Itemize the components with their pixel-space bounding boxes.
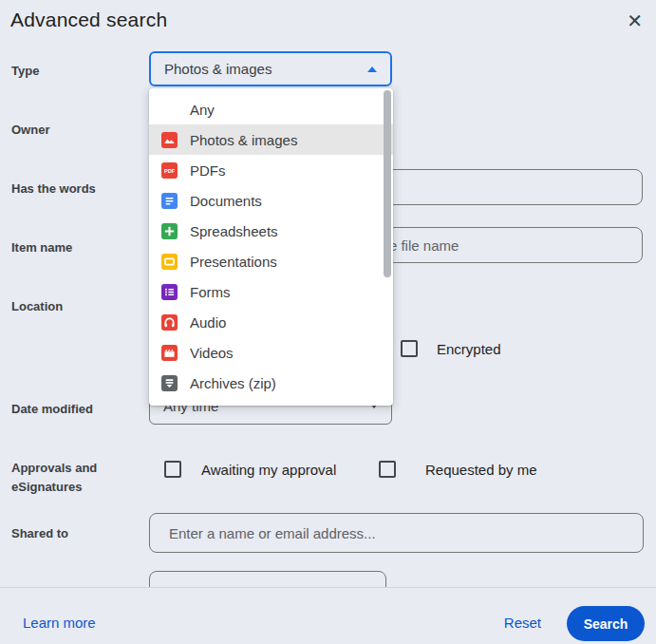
shared-to-input[interactable] bbox=[149, 513, 644, 553]
has-the-words-label: Has the words bbox=[11, 180, 96, 199]
reset-button[interactable]: Reset bbox=[504, 615, 541, 631]
type-option[interactable]: Any bbox=[149, 94, 393, 124]
dialog-title: Advanced search bbox=[10, 9, 167, 31]
type-dropdown: Any Photos & images PDFs Documents Sprea… bbox=[149, 88, 393, 406]
encrypted-checkbox-label: Encrypted bbox=[437, 341, 501, 357]
dialog-footer: Learn more Reset Search bbox=[0, 587, 656, 644]
encrypted-checkbox[interactable] bbox=[401, 340, 418, 357]
owner-label: Owner bbox=[11, 121, 49, 140]
awaiting-approval-checkbox[interactable] bbox=[164, 461, 181, 478]
type-option[interactable]: Spreadsheets bbox=[149, 216, 393, 246]
approvals-label: Approvals and eSignatures bbox=[11, 459, 118, 497]
spreadsheet-icon bbox=[161, 223, 178, 239]
type-option-label: Archives (zip) bbox=[190, 375, 276, 391]
close-icon[interactable]: ✕ bbox=[625, 9, 645, 32]
type-option[interactable]: Photos & images bbox=[149, 124, 393, 155]
shared-to-label: Shared to bbox=[11, 524, 68, 543]
pdf-icon bbox=[161, 162, 178, 179]
form-icon bbox=[161, 284, 178, 300]
dropdown-scrollbar[interactable] bbox=[384, 90, 391, 277]
type-option[interactable]: PDFs bbox=[149, 155, 393, 185]
type-select-value: Photos & images bbox=[164, 61, 272, 77]
type-option-label: Spreadsheets bbox=[190, 223, 278, 239]
video-icon bbox=[161, 345, 178, 361]
type-option-label: Photos & images bbox=[190, 132, 297, 148]
date-modified-label: Date modified bbox=[11, 400, 93, 419]
type-option[interactable]: Presentations bbox=[149, 246, 393, 276]
audio-icon bbox=[161, 314, 178, 331]
type-option-label: Any bbox=[190, 102, 215, 118]
type-option-label: Videos bbox=[190, 345, 234, 361]
type-select[interactable]: Photos & images bbox=[149, 51, 392, 86]
type-option[interactable]: Forms bbox=[149, 276, 393, 307]
location-label: Location bbox=[11, 297, 63, 316]
type-option-label: Forms bbox=[190, 284, 231, 300]
photos-icon bbox=[161, 132, 178, 148]
requested-by-me-label: Requested by me bbox=[425, 462, 537, 478]
search-button[interactable]: Search bbox=[567, 606, 645, 641]
type-option-label: Presentations bbox=[190, 254, 277, 270]
type-option[interactable]: Videos bbox=[149, 337, 393, 368]
chevron-up-icon bbox=[367, 66, 377, 72]
type-option[interactable]: Audio bbox=[149, 307, 393, 337]
archive-icon bbox=[161, 375, 178, 391]
document-icon bbox=[161, 193, 178, 209]
type-dropdown-list: Any Photos & images PDFs Documents Sprea… bbox=[149, 94, 393, 398]
type-option-label: PDFs bbox=[190, 162, 226, 179]
type-option[interactable]: Documents bbox=[149, 185, 393, 216]
awaiting-approval-label: Awaiting my approval bbox=[201, 462, 336, 478]
learn-more-link[interactable]: Learn more bbox=[23, 615, 96, 631]
type-option[interactable]: Archives (zip) bbox=[149, 368, 393, 398]
type-option-label: Audio bbox=[190, 314, 226, 331]
advanced-search-dialog: Advanced search ✕ Type Owner Has the wor… bbox=[0, 0, 656, 644]
item-name-label: Item name bbox=[11, 238, 72, 257]
requested-by-me-checkbox[interactable] bbox=[379, 461, 396, 478]
presentation-icon bbox=[161, 254, 178, 270]
type-option-label: Documents bbox=[190, 193, 262, 209]
type-label: Type bbox=[11, 62, 39, 81]
